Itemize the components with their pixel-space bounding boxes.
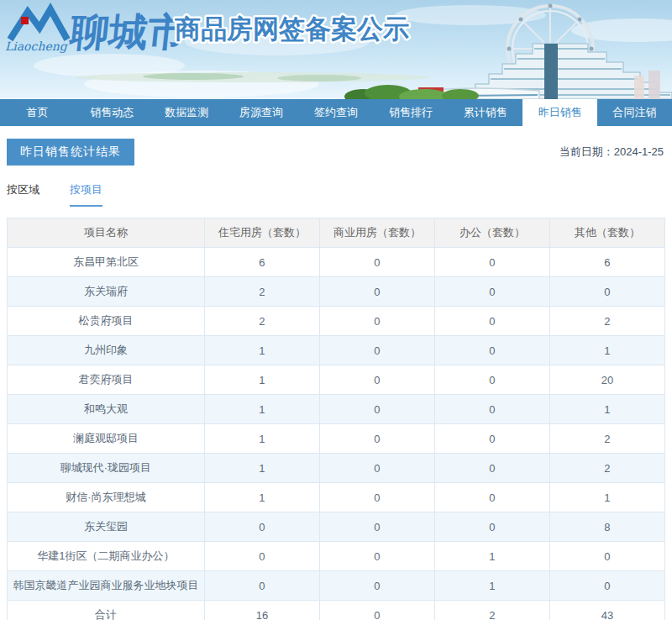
nav-item-sales-dynamics[interactable]: 销售动态: [75, 99, 150, 126]
table-body: 东昌甲第北区6006东关瑞府2000松贵府项目2002九州印象1001君奕府项目…: [8, 248, 665, 620]
value-cell: 6: [204, 248, 319, 277]
column-header-value: 住宅用房（套数）: [204, 218, 319, 248]
value-cell: 1: [204, 454, 319, 483]
value-cell: 0: [319, 512, 434, 542]
page-title: 昨日销售统计结果: [7, 139, 134, 166]
value-cell: 2: [204, 277, 319, 307]
value-cell: 0: [319, 601, 434, 620]
nav-item-sales-ranking[interactable]: 销售排行: [373, 99, 448, 126]
value-cell: 1: [204, 336, 319, 365]
value-cell: 0: [434, 395, 549, 424]
value-cell: 0: [319, 483, 434, 512]
table-row: 东昌甲第北区6006: [8, 248, 665, 277]
value-cell: 1: [204, 483, 319, 512]
project-name-cell: 东昌甲第北区: [8, 248, 205, 277]
value-cell: 2: [549, 454, 664, 483]
nav-item-home[interactable]: 首页: [0, 99, 75, 126]
value-cell: 0: [204, 512, 319, 542]
table-row: 君奕府项目10020: [8, 365, 665, 395]
table-header-row: 项目名称住宅用房（套数）商业用房（套数）办公（套数）其他（套数）: [8, 218, 665, 248]
value-cell: 8: [549, 512, 664, 542]
logo-script-text: Liaocheng: [5, 39, 69, 54]
value-cell: 2: [204, 307, 319, 336]
column-header-value: 其他（套数）: [549, 218, 664, 248]
value-cell: 0: [434, 424, 549, 454]
title-row: 昨日销售统计结果 当前日期：2024-1-25: [7, 139, 665, 166]
value-cell: 1: [204, 365, 319, 395]
main-content: 昨日销售统计结果 当前日期：2024-1-25 按区域按项目 项目名称住宅用房（…: [0, 139, 672, 620]
value-cell: 43: [549, 601, 664, 620]
project-name-cell: 九州印象: [8, 336, 205, 365]
main-nav: 首页销售动态数据监测房源查询签约查询销售排行累计销售昨日销售合同注销: [0, 99, 672, 126]
page: Liaocheng 聊城市 商品房网签备案公示 首页销售动态数据监测房源查询签约…: [0, 0, 672, 620]
value-cell: 0: [549, 542, 664, 571]
site-banner: Liaocheng 聊城市 商品房网签备案公示: [0, 0, 672, 99]
city-name-text: 聊城市: [66, 9, 189, 55]
value-cell: 0: [434, 454, 549, 483]
tab-by-region[interactable]: 按区域: [7, 182, 39, 207]
project-name-cell: 君奕府项目: [8, 365, 205, 395]
value-cell: 0: [204, 542, 319, 571]
project-name-cell: 松贵府项目: [8, 307, 205, 336]
table-row: 聊城现代·珑园项目1002: [8, 454, 665, 483]
sales-table: 项目名称住宅用房（套数）商业用房（套数）办公（套数）其他（套数） 东昌甲第北区6…: [7, 218, 665, 620]
table-row: 澜庭观邸项目1002: [8, 424, 665, 454]
value-cell: 0: [434, 248, 549, 277]
value-cell: 0: [434, 336, 549, 365]
table-row: 松贵府项目2002: [8, 307, 665, 336]
project-name-cell: 合计: [8, 601, 205, 620]
value-cell: 1: [434, 571, 549, 601]
value-cell: 2: [549, 424, 664, 454]
table-row: 九州印象1001: [8, 336, 665, 365]
value-cell: 0: [319, 307, 434, 336]
value-cell: 0: [549, 571, 664, 601]
nav-item-signing-query[interactable]: 签约查询: [299, 99, 374, 126]
nav-item-cumulative-sales[interactable]: 累计销售: [448, 99, 522, 126]
value-cell: 0: [319, 248, 434, 277]
view-tabs: 按区域按项目: [7, 182, 665, 207]
value-cell: 1: [204, 395, 319, 424]
project-name-cell: 东关瑞府: [8, 277, 205, 307]
table-total-row: 合计160243: [8, 601, 665, 620]
shoreline-art: [76, 72, 428, 82]
value-cell: 0: [319, 571, 434, 601]
tab-by-project[interactable]: 按项目: [70, 182, 102, 207]
value-cell: 0: [434, 307, 549, 336]
value-cell: 0: [319, 424, 434, 454]
value-cell: 0: [204, 571, 319, 601]
project-name-cell: 韩国京畿道产业园商业服务业地块项目: [8, 571, 205, 601]
value-cell: 6: [549, 248, 664, 277]
value-cell: 2: [549, 307, 664, 336]
value-cell: 16: [204, 601, 319, 620]
value-cell: 0: [434, 365, 549, 395]
nav-item-housing-query[interactable]: 房源查询: [224, 99, 299, 126]
table-row: 和鸣大观1001: [8, 395, 665, 424]
value-cell: 0: [319, 454, 434, 483]
project-name-cell: 和鸣大观: [8, 395, 205, 424]
value-cell: 1: [204, 424, 319, 454]
current-date-value: 2024-1-25: [614, 145, 664, 158]
value-cell: 1: [549, 336, 664, 365]
column-header-value: 办公（套数）: [434, 218, 549, 248]
project-name-cell: 财信·尚东理想城: [8, 483, 205, 512]
nav-item-yesterday-sales[interactable]: 昨日销售: [522, 99, 597, 126]
nav-item-contract-cancellation[interactable]: 合同注销: [597, 99, 672, 126]
value-cell: 1: [549, 395, 664, 424]
value-cell: 0: [319, 365, 434, 395]
value-cell: 0: [319, 542, 434, 571]
project-name-cell: 澜庭观邸项目: [8, 424, 205, 454]
banner-art: Liaocheng 聊城市 商品房网签备案公示: [0, 0, 672, 99]
nav-item-data-monitoring[interactable]: 数据监测: [150, 99, 224, 126]
value-cell: 0: [319, 395, 434, 424]
value-cell: 0: [434, 483, 549, 512]
value-cell: 0: [549, 277, 664, 307]
current-date-label: 当前日期：: [559, 145, 614, 158]
project-name-cell: 聊城现代·珑园项目: [8, 454, 205, 483]
value-cell: 1: [434, 542, 549, 571]
table-row: 韩国京畿道产业园商业服务业地块项目0010: [8, 571, 665, 601]
value-cell: 0: [319, 336, 434, 365]
table-row: 东关瑞府2000: [8, 277, 665, 307]
site-title-text: 商品房网签备案公示: [175, 14, 409, 44]
value-cell: 0: [434, 512, 549, 542]
table-row: 华建1街区（二期商业办公）0010: [8, 542, 665, 571]
